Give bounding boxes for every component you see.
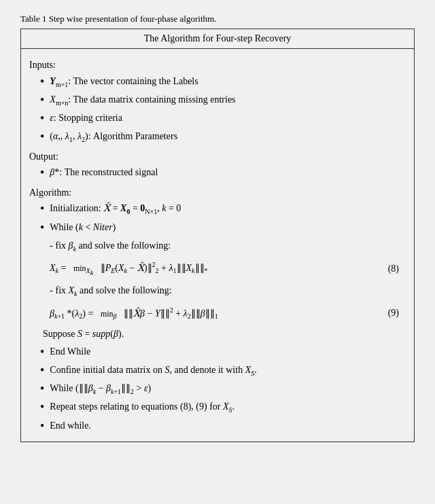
title-text: The Algorithm for Four-step Recovery: [144, 33, 292, 43]
inputs-label: Inputs:: [29, 57, 406, 73]
bullet-icon: •: [40, 219, 44, 236]
list-item-while: • While (k < Niter): [40, 219, 406, 236]
list-item: • Xm×n: The data matrix containing missi…: [40, 92, 406, 109]
algorithm-label: Algorithm:: [29, 185, 406, 201]
equation-8-block: Xk = minXk ∥PE(Xk − X̂)∥22 + λ1∥∥Xk∥∥* (…: [50, 259, 406, 278]
algorithm-title: The Algorithm for Four-step Recovery: [21, 29, 414, 49]
bullet-icon: •: [40, 200, 44, 217]
repeat-text: Repeat steps relating to equations (8), …: [50, 399, 234, 416]
list-item-fix-xk: • - fix Xk and solve the following:: [40, 283, 406, 300]
input-item-3: ε: Stopping criteria: [50, 110, 122, 126]
output-list: • β*: The reconstructed signal: [29, 164, 406, 181]
bullet-icon: •: [40, 92, 44, 109]
list-item: • ε: Stopping criteria: [40, 110, 406, 127]
caption-text: Table 1 Step wise presentation of four-p…: [20, 14, 216, 24]
end-while2-text: End while.: [50, 418, 91, 434]
list-item: • β*: The reconstructed signal: [40, 164, 406, 181]
bullet-icon: •: [40, 344, 44, 361]
bullet-icon: •: [40, 362, 44, 379]
list-item-init: • Initialization: X̂ = X0 = 0N×1, k = 0: [40, 200, 406, 217]
table-caption: Table 1 Step wise presentation of four-p…: [20, 14, 415, 24]
algorithm-steps: • Initialization: X̂ = X0 = 0N×1, k = 0 …: [29, 200, 406, 255]
eq9-number: (9): [388, 305, 399, 321]
algorithm-body: Inputs: • Ym×1: The vector containing th…: [21, 49, 414, 442]
output-item-1: β*: The reconstructed signal: [50, 164, 158, 181]
end-while-text: End While: [50, 344, 90, 360]
confine-text: Confine initial data matrix on S, and de…: [50, 362, 256, 379]
equation-9-block: βk+1 *(λ2) = minβ ∥∥X̂β − Y∥∥2 + λ2∥∥β∥∥…: [50, 304, 406, 322]
while-text: While (k < Niter): [50, 219, 116, 236]
list-item-while2: • While (∥∥βk − βk+1∥∥2 > ε): [40, 380, 406, 397]
bullet-icon: •: [40, 128, 44, 145]
list-item-repeat: • Repeat steps relating to equations (8)…: [40, 399, 406, 416]
inputs-list: • Ym×1: The vector containing the Labels…: [29, 73, 406, 146]
bullet-icon: •: [40, 418, 44, 435]
bullet-icon: •: [40, 110, 44, 127]
list-item: • (α,, λ1, λ2): Algorithm Parameters: [40, 128, 406, 145]
algorithm-steps-2: • - fix Xk and solve the following:: [29, 283, 406, 300]
input-item-2: Xm×n: The data matrix containing missing…: [50, 92, 235, 109]
bullet-icon: •: [40, 164, 44, 181]
bullet-icon: •: [40, 399, 44, 416]
list-item: • Ym×1: The vector containing the Labels: [40, 73, 406, 90]
input-item-4: (α,, λ1, λ2): Algorithm Parameters: [50, 128, 177, 145]
page-container: Table 1 Step wise presentation of four-p…: [20, 14, 415, 442]
while2-text: While (∥∥βk − βk+1∥∥2 > ε): [50, 380, 151, 397]
algorithm-box: The Algorithm for Four-step Recovery Inp…: [20, 29, 415, 442]
output-label: Output:: [29, 149, 406, 165]
suppose-line: Suppose S = supp(β).: [29, 326, 406, 342]
list-item-fix-beta: • - fix βk and solve the following:: [40, 238, 406, 255]
equation-9: βk+1 *(λ2) = minβ ∥∥X̂β − Y∥∥2 + λ2∥∥β∥∥…: [50, 304, 218, 322]
equation-8: Xk = minXk ∥PE(Xk − X̂)∥22 + λ1∥∥Xk∥∥*: [50, 259, 208, 278]
fix-xk-text: - fix Xk and solve the following:: [50, 283, 171, 300]
init-text: Initialization: X̂ = X0 = 0N×1, k = 0: [50, 200, 181, 217]
list-item-end-while2: • End while.: [40, 418, 406, 435]
eq8-number: (8): [388, 261, 399, 277]
list-item-end-while: • End While: [40, 344, 406, 361]
list-item-confine: • Confine initial data matrix on S, and …: [40, 362, 406, 379]
algorithm-steps-3: • End While • Confine initial data matri…: [29, 344, 406, 435]
input-item-1: Ym×1: The vector containing the Labels: [50, 73, 198, 90]
fix-beta-text: - fix βk and solve the following:: [50, 238, 171, 255]
bullet-icon: •: [40, 380, 44, 397]
bullet-icon: •: [40, 73, 44, 90]
